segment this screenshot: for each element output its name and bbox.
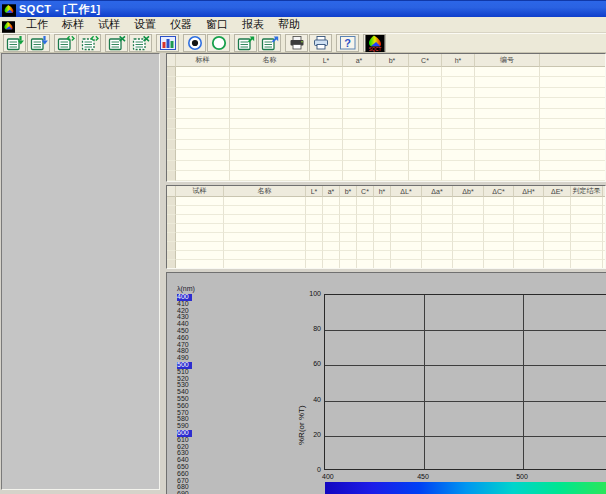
- menu-item-8[interactable]: 帮助: [271, 17, 307, 32]
- x-axis-tick: 500: [516, 473, 528, 480]
- table-row[interactable]: [167, 215, 606, 224]
- column-header: 判定结果: [571, 186, 603, 197]
- table-cell: [409, 161, 442, 171]
- table-cell: [571, 242, 603, 251]
- menu-item-7[interactable]: 报表: [235, 17, 271, 32]
- table-row[interactable]: [167, 77, 606, 87]
- app-icon: [2, 3, 16, 16]
- table-row[interactable]: [167, 197, 606, 206]
- table-row[interactable]: [167, 206, 606, 215]
- table-cell: [176, 77, 230, 87]
- table-cell: [224, 224, 306, 233]
- table-row[interactable]: [167, 260, 606, 269]
- child-window-icon[interactable]: [2, 19, 15, 31]
- menu-item-6[interactable]: 窗口: [199, 17, 235, 32]
- table-cell: [310, 77, 343, 87]
- table-row[interactable]: [167, 242, 606, 251]
- delete-standard-button[interactable]: [105, 34, 128, 52]
- table-cell: [374, 206, 391, 215]
- menu-item-3[interactable]: 试样: [91, 17, 127, 32]
- table-row[interactable]: [167, 224, 606, 233]
- column-header: ΔC*: [484, 186, 514, 197]
- window-title: SQCT - [工作1]: [19, 2, 101, 17]
- spectral-plot: [324, 294, 606, 470]
- table-cell: [230, 119, 310, 129]
- target-filled-circle-icon: [186, 35, 204, 51]
- menu-bar: 工作标样试样设置仪器窗口报表帮助: [0, 17, 606, 33]
- help-button[interactable]: ?: [336, 34, 359, 52]
- column-header: ΔE*: [544, 186, 571, 197]
- table-cell: [176, 67, 230, 77]
- table-cell: [306, 197, 323, 206]
- menu-item-4[interactable]: 设置: [127, 17, 163, 32]
- table-cell: [310, 140, 343, 150]
- menu-item-5[interactable]: 仪器: [163, 17, 199, 32]
- table-cell: [475, 67, 540, 77]
- table-cell: [310, 88, 343, 98]
- table-cell: [310, 161, 343, 171]
- table-row[interactable]: [167, 129, 606, 139]
- table-row[interactable]: [167, 150, 606, 160]
- column-header: a*: [323, 186, 340, 197]
- measure-sample-button[interactable]: [207, 34, 230, 52]
- menu-item-2[interactable]: 标样: [55, 17, 91, 32]
- table-row[interactable]: [167, 88, 606, 98]
- doc-arrow-out-green-icon: [237, 35, 255, 51]
- column-header: ΔH*: [514, 186, 544, 197]
- table-cell: [343, 98, 376, 108]
- table-cell: [475, 140, 540, 150]
- table-cell: [374, 260, 391, 269]
- column-header: h*: [374, 186, 391, 197]
- table-row[interactable]: [167, 140, 606, 150]
- table-cell: [442, 119, 475, 129]
- recall-sample-button[interactable]: [78, 34, 101, 52]
- column-header: L*: [306, 186, 323, 197]
- print-preview-button[interactable]: [309, 34, 332, 52]
- table-cell: [484, 260, 514, 269]
- recall-standard-button[interactable]: [54, 34, 77, 52]
- table-cell: [224, 215, 306, 224]
- table-cell: [323, 224, 340, 233]
- y-axis-tick: 100: [299, 290, 321, 297]
- chart-button[interactable]: [156, 34, 179, 52]
- table-cell: [306, 251, 323, 260]
- table-row[interactable]: [167, 233, 606, 242]
- print-button[interactable]: [285, 34, 308, 52]
- table-cell: [343, 129, 376, 139]
- export-sample-button[interactable]: [258, 34, 281, 52]
- table-cell: [230, 98, 310, 108]
- table-row[interactable]: [167, 109, 606, 119]
- table-cell: [475, 88, 540, 98]
- table-cell: [514, 260, 544, 269]
- table-cell: [357, 206, 374, 215]
- table-row[interactable]: [167, 98, 606, 108]
- column-header: C*: [357, 186, 374, 197]
- table-cell: [544, 206, 571, 215]
- table-row[interactable]: [167, 251, 606, 260]
- delete-sample-button[interactable]: [129, 34, 152, 52]
- save-sample-button[interactable]: [27, 34, 50, 52]
- table-row[interactable]: [167, 161, 606, 171]
- sqct-logo-button[interactable]: SQCT: [363, 34, 386, 52]
- table-cell: [422, 224, 453, 233]
- table-row[interactable]: [167, 67, 606, 77]
- table-cell: [230, 77, 310, 87]
- table-cell: [176, 98, 230, 108]
- table-cell: [409, 88, 442, 98]
- table-row[interactable]: [167, 171, 606, 181]
- table-header-row: 试样名称L*a*b*C*h*ΔL*Δa*Δb*ΔC*ΔH*ΔE*判定结果编号: [167, 186, 606, 197]
- table-cell: [571, 260, 603, 269]
- table-cell: [544, 260, 571, 269]
- table-cell: [484, 242, 514, 251]
- doc-angle-green-dashed-icon: [81, 35, 99, 51]
- table-cell: [409, 77, 442, 87]
- doc-arrow-out-blue-icon: [261, 35, 279, 51]
- measure-standard-button[interactable]: [183, 34, 206, 52]
- table-row[interactable]: [167, 119, 606, 129]
- table-cell: [442, 77, 475, 87]
- export-standard-button[interactable]: [234, 34, 257, 52]
- menu-item-1[interactable]: 工作: [19, 17, 55, 32]
- table-cell: [230, 88, 310, 98]
- save-standard-button[interactable]: [3, 34, 26, 52]
- table-cell: [475, 77, 540, 87]
